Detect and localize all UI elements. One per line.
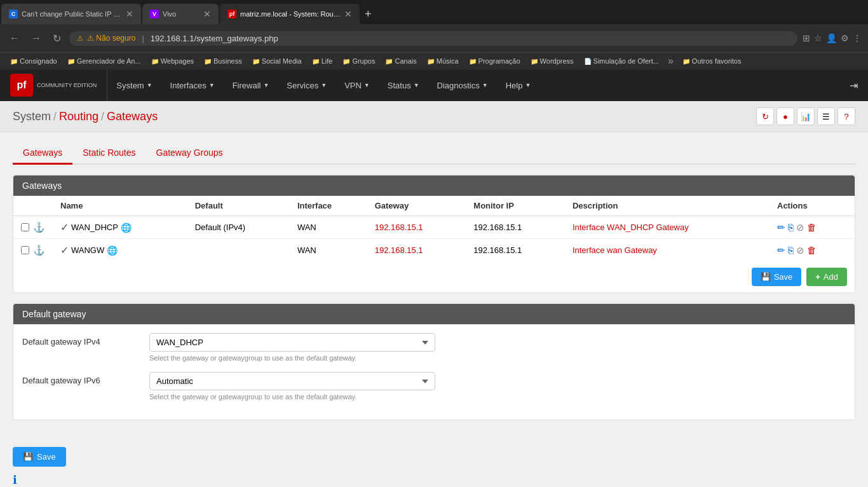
row2-checkbox-cell: ⚓ (13, 239, 53, 262)
bookmark-webpages[interactable]: 📁 Webpages (147, 56, 198, 66)
nav-item-services[interactable]: Services ▼ (278, 69, 336, 101)
brand-logo: pf (10, 74, 33, 97)
navbar-signout-icon[interactable]: ⇥ (847, 77, 860, 94)
tab1-close[interactable]: ✕ (126, 9, 133, 19)
address-input-box[interactable]: ⚠ ⚠ Não seguro | 192.168.1.1/system_gate… (69, 31, 797, 46)
browser-tab-3[interactable]: pf matriz.me.local - System: Routing... … (220, 4, 360, 24)
row1-name-cell: ✓ WAN_DHCP 🌐 (53, 216, 187, 239)
nav-link-interfaces[interactable]: Interfaces ▼ (161, 69, 224, 101)
header-reload-button[interactable]: ↻ (756, 107, 774, 125)
nav-system-label: System (116, 81, 144, 90)
menu-icon[interactable]: ⋮ (853, 33, 862, 43)
bookmarks-bar: 📁 Consignado 📁 Gerenciador de An... 📁 We… (0, 52, 868, 69)
bookmark-business[interactable]: 📁 Business (200, 56, 246, 66)
bookmark-star-icon[interactable]: ☆ (814, 33, 822, 43)
nav-link-help[interactable]: Help ▼ (497, 69, 540, 101)
row2-copy-icon[interactable]: ⎘ (788, 245, 794, 256)
browser-tabs-bar: C Can't change Public Static IP | Ne... … (0, 0, 868, 24)
bookmark-musica[interactable]: 📁 Música (423, 56, 463, 66)
bookmark-life[interactable]: 📁 Life (308, 56, 337, 66)
bookmark-social-media[interactable]: 📁 Social Media (248, 56, 306, 66)
bookmark-canais[interactable]: 📁 Canais (381, 56, 420, 66)
address-url[interactable]: 192.168.1.1/system_gateways.php (151, 34, 790, 43)
row2-controls: ⚓ (21, 245, 45, 256)
nav-link-vpn[interactable]: VPN ▼ (336, 69, 379, 101)
bookmark-grupos[interactable]: 📁 Grupos (339, 56, 379, 66)
row1-description: Interface WAN_DHCP Gateway (565, 216, 770, 239)
row1-disable-icon[interactable]: ⊘ (796, 222, 804, 233)
ipv6-form-group: Default gateway IPv6 Automatic WAN_DHCP … (22, 372, 846, 401)
tab3-close[interactable]: ✕ (344, 9, 352, 19)
row2-anchor-icon: ⚓ (33, 245, 45, 256)
main-content: Gateways Static Routes Gateway Groups Ga… (0, 132, 868, 441)
nav-link-system[interactable]: System ▼ (107, 69, 161, 101)
puzzle-icon[interactable]: ⚙ (841, 33, 849, 43)
system-caret-icon: ▼ (147, 82, 153, 88)
tab-gateways-label: Gateways (23, 147, 62, 158)
back-button[interactable]: ← (6, 31, 23, 45)
row1-delete-icon[interactable]: 🗑 (807, 222, 817, 233)
header-stop-button[interactable]: ● (776, 107, 794, 125)
profile-icon[interactable]: 👤 (826, 33, 837, 43)
bookmark-gerenciador[interactable]: 📁 Gerenciador de An... (64, 56, 145, 66)
row1-status-icon: ✓ (60, 221, 69, 233)
nav-item-status[interactable]: Status ▼ (379, 69, 428, 101)
gateways-add-button[interactable]: + Add (806, 268, 847, 286)
nav-link-diagnostics[interactable]: Diagnostics ▼ (428, 69, 497, 101)
tab-gateway-groups[interactable]: Gateway Groups (146, 142, 233, 165)
row1-copy-icon[interactable]: ⎘ (788, 222, 794, 233)
gateways-save-button[interactable]: 💾 Save (752, 268, 802, 286)
pfsense-app: pf COMMUNITY EDITION System ▼ Interfaces… (0, 69, 868, 487)
tab2-close[interactable]: ✕ (203, 9, 211, 19)
header-list-button[interactable]: ☰ (817, 107, 835, 125)
breadcrumb-sep-2: / (101, 110, 104, 123)
row2-disable-icon[interactable]: ⊘ (796, 245, 804, 256)
bookmark-simulacao[interactable]: 📄 Simulação de Ofert... (580, 56, 663, 66)
gateways-table-footer: 💾 Save + Add (13, 261, 855, 292)
row2-checkbox[interactable] (21, 246, 29, 254)
navbar-brand[interactable]: pf COMMUNITY EDITION (0, 69, 107, 101)
reload-button[interactable]: ↻ (50, 31, 64, 46)
row1-edit-icon[interactable]: ✏ (777, 222, 785, 233)
header-help-button[interactable]: ? (837, 107, 855, 125)
new-tab-button[interactable]: + (360, 8, 377, 21)
nav-item-diagnostics[interactable]: Diagnostics ▼ (428, 69, 497, 101)
bookmark-label: Canais (395, 57, 416, 65)
bookmark-label: Webpages (161, 57, 194, 65)
nav-item-help[interactable]: Help ▼ (497, 69, 540, 101)
row1-actions: ✏ ⎘ ⊘ 🗑 (770, 216, 855, 239)
nav-item-vpn[interactable]: VPN ▼ (336, 69, 379, 101)
tab-static-routes[interactable]: Static Routes (72, 142, 146, 165)
nav-link-status[interactable]: Status ▼ (379, 69, 428, 101)
bookmark-consignado[interactable]: 📁 Consignado (6, 56, 61, 66)
row1-default: Default (IPv4) (187, 216, 290, 239)
browser-tab-1[interactable]: C Can't change Public Static IP | Ne... … (1, 4, 141, 24)
ipv4-gateway-select[interactable]: WAN_DHCP WANGW Automatic (149, 333, 435, 352)
bottom-save-button[interactable]: 💾 Save (13, 447, 66, 467)
nav-item-firewall[interactable]: Firewall ▼ (224, 69, 278, 101)
bookmark-folder-icon: 📁 (252, 58, 260, 65)
bookmarks-more-button[interactable]: » (665, 55, 676, 67)
bookmark-label: Wordpress (540, 57, 574, 65)
bookmark-wordpress[interactable]: 📁 Wordpress (527, 56, 578, 66)
row2-name: WANGW (71, 245, 104, 255)
bookmark-folder-icon: 📁 (385, 58, 393, 65)
nav-item-interfaces[interactable]: Interfaces ▼ (161, 69, 224, 101)
tab-gateways[interactable]: Gateways (13, 142, 72, 165)
bookmark-outros[interactable]: 📁 Outros favoritos (679, 56, 745, 66)
browser-tab-2[interactable]: V Vivo ✕ (142, 4, 219, 24)
row1-checkbox[interactable] (21, 223, 29, 231)
forward-button[interactable]: → (28, 31, 44, 45)
ipv6-gateway-select[interactable]: Automatic WAN_DHCP WANGW (149, 372, 435, 390)
nav-link-services[interactable]: Services ▼ (278, 69, 336, 101)
row2-delete-icon[interactable]: 🗑 (807, 245, 817, 256)
breadcrumb-routing[interactable]: Routing (59, 110, 98, 123)
nav-item-system[interactable]: System ▼ (107, 69, 161, 101)
extensions-icon[interactable]: ⊞ (803, 33, 810, 43)
add-plus-icon: + (815, 272, 820, 282)
header-stats-button[interactable]: 📊 (797, 107, 815, 125)
nav-link-firewall[interactable]: Firewall ▼ (224, 69, 278, 101)
row2-edit-icon[interactable]: ✏ (777, 245, 785, 256)
bookmark-programacao[interactable]: 📁 Programação (465, 56, 524, 66)
default-gateway-title: Default gateway (22, 309, 86, 319)
